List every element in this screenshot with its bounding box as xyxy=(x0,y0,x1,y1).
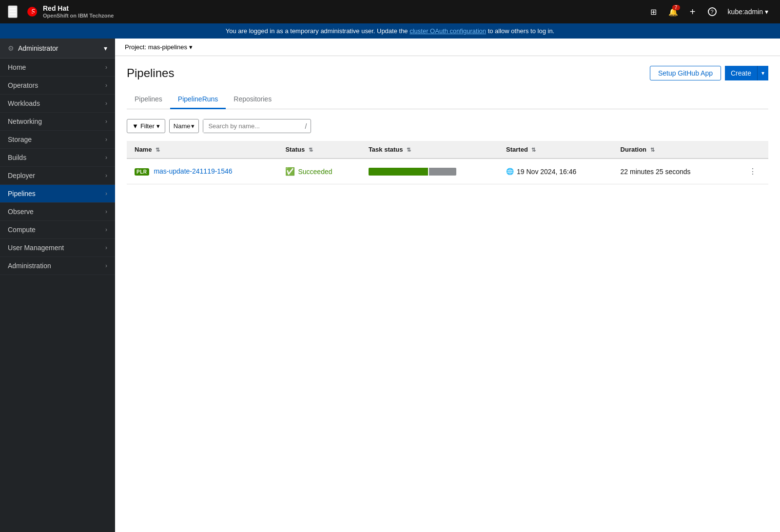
sidebar-admin-left: ⚙ Administrator xyxy=(8,44,58,52)
tabs: Pipelines PipelineRuns Repositories xyxy=(127,90,768,109)
sidebar-chevron-pipelines-icon: › xyxy=(105,190,107,197)
sidebar-item-administration-label: Administration xyxy=(8,262,51,270)
brand-name: Red Hat xyxy=(43,4,69,12)
create-dropdown-button[interactable]: ▾ xyxy=(757,66,768,80)
status-succeeded: ✅ Succeeded xyxy=(285,167,352,176)
create-button[interactable]: Create xyxy=(725,66,757,80)
column-header-duration: Duration ⇅ xyxy=(613,141,727,158)
name-filter-select[interactable]: Name ▾ xyxy=(169,119,199,133)
filter-label: Filter xyxy=(140,122,155,130)
brand-subtitle-plain: OpenShift on xyxy=(43,13,78,19)
sidebar-item-workloads[interactable]: Workloads › xyxy=(0,95,115,113)
sidebar-chevron-workloads-icon: › xyxy=(105,100,107,107)
sidebar-item-storage[interactable]: Storage › xyxy=(0,131,115,149)
hamburger-button[interactable]: ☰ xyxy=(8,5,18,18)
sidebar-chevron-observe-icon: › xyxy=(105,208,107,215)
table-header-row: Name ⇅ Status ⇅ Task status ⇅ Started xyxy=(127,141,768,158)
project-selector: Project: mas-pipelines ▾ xyxy=(115,39,780,56)
gear-icon: ⚙ xyxy=(8,44,14,52)
tab-repositories[interactable]: Repositories xyxy=(226,90,279,109)
sidebar-item-deployer[interactable]: Deployer › xyxy=(0,167,115,185)
sidebar-item-pipelines[interactable]: Pipelines › xyxy=(0,185,115,203)
sidebar-item-operators[interactable]: Operators › xyxy=(0,77,115,95)
page-title: Pipelines xyxy=(127,66,174,80)
column-started-sort-icon[interactable]: ⇅ xyxy=(531,147,536,153)
row-kebab-button[interactable]: ⋮ xyxy=(745,165,760,178)
sidebar-item-observe[interactable]: Observe › xyxy=(0,203,115,221)
project-dropdown-button[interactable]: Project: mas-pipelines ▾ xyxy=(125,43,193,51)
column-started-label: Started xyxy=(506,146,528,153)
add-button[interactable]: + xyxy=(685,4,701,20)
sidebar-item-user-management[interactable]: User Management › xyxy=(0,239,115,257)
column-header-status: Status ⇅ xyxy=(277,141,360,158)
tab-pipelineruns[interactable]: PipelineRuns xyxy=(170,90,226,109)
column-status-sort-icon[interactable]: ⇅ xyxy=(309,147,313,153)
brand-subtitle-rest: Techzone xyxy=(88,13,114,19)
filter-chevron-icon: ▾ xyxy=(156,122,160,130)
duration-value: 22 minutes 25 seconds xyxy=(621,168,691,176)
column-task-status-sort-icon[interactable]: ⇅ xyxy=(407,147,411,153)
sidebar-chevron-networking-icon: › xyxy=(105,118,107,125)
column-duration-label: Duration xyxy=(621,146,646,153)
apps-button[interactable]: ⊞ xyxy=(646,4,662,20)
cell-started: 🌐 19 Nov 2024, 16:46 xyxy=(498,158,613,184)
column-task-status-label: Task status xyxy=(369,146,403,153)
sidebar-chevron-operators-icon: › xyxy=(105,82,107,89)
filter-button[interactable]: ▼ Filter ▾ xyxy=(127,119,165,133)
sidebar-chevron-builds-icon: › xyxy=(105,154,107,161)
sidebar-item-compute-label: Compute xyxy=(8,226,36,234)
sidebar-item-home[interactable]: Home › xyxy=(0,59,115,77)
tab-pipelines[interactable]: Pipelines xyxy=(127,90,170,109)
sidebar-item-home-label: Home xyxy=(8,63,26,71)
sidebar-admin-label: Administrator xyxy=(18,44,58,52)
check-circle-icon: ✅ xyxy=(285,167,295,176)
notifications-button[interactable]: 🔔 7 xyxy=(665,4,681,20)
cell-name: PLR mas-update-241119-1546 xyxy=(127,158,277,184)
sidebar-admin-chevron-icon: ▾ xyxy=(104,44,107,52)
sidebar: ⚙ Administrator ▾ Home › Operators › Wor… xyxy=(0,39,115,532)
sidebar-admin-header[interactable]: ⚙ Administrator ▾ xyxy=(0,39,115,59)
search-input[interactable] xyxy=(203,119,301,133)
tab-pipelineruns-label: PipelineRuns xyxy=(178,95,218,103)
column-header-name: Name ⇅ xyxy=(127,141,277,158)
sidebar-item-observe-label: Observe xyxy=(8,208,34,216)
sidebar-item-user-management-label: User Management xyxy=(8,244,64,252)
alert-link[interactable]: cluster OAuth configuration xyxy=(410,27,486,35)
sidebar-item-administration[interactable]: Administration › xyxy=(0,257,115,275)
top-nav: ☰ Red Hat OpenShift on IBM Techzone ⊞ 🔔 … xyxy=(0,0,780,23)
project-chevron-icon: ▾ xyxy=(189,43,193,51)
user-chevron-icon: ▾ xyxy=(765,8,768,16)
started-time: 🌐 19 Nov 2024, 16:46 xyxy=(506,168,605,176)
content-area: Project: mas-pipelines ▾ Pipelines Setup… xyxy=(115,39,780,532)
svg-point-0 xyxy=(27,7,37,17)
alert-banner: You are logged in as a temporary adminis… xyxy=(0,23,780,39)
filter-icon: ▼ xyxy=(132,122,138,130)
started-value: 19 Nov 2024, 16:46 xyxy=(517,168,576,176)
column-header-actions xyxy=(727,141,768,158)
filter-bar: ▼ Filter ▾ Name ▾ / xyxy=(127,119,768,133)
help-button[interactable]: ? xyxy=(704,4,720,20)
sidebar-item-networking-label: Networking xyxy=(8,118,42,125)
user-menu-button[interactable]: kube:admin ▾ xyxy=(724,8,772,16)
sidebar-item-compute[interactable]: Compute › xyxy=(0,221,115,239)
setup-github-app-button[interactable]: Setup GitHub App xyxy=(650,66,721,80)
sidebar-item-builds[interactable]: Builds › xyxy=(0,149,115,167)
plr-badge: PLR xyxy=(135,168,149,176)
sidebar-chevron-home-icon: › xyxy=(105,64,107,71)
create-chevron-icon: ▾ xyxy=(761,70,764,77)
column-name-sort-icon[interactable]: ⇅ xyxy=(156,147,160,153)
main-layout: ⚙ Administrator ▾ Home › Operators › Wor… xyxy=(0,39,780,532)
cell-status: ✅ Succeeded xyxy=(277,158,360,184)
column-header-task-status: Task status ⇅ xyxy=(361,141,498,158)
sidebar-item-networking[interactable]: Networking › xyxy=(0,113,115,131)
sidebar-chevron-user-management-icon: › xyxy=(105,244,107,251)
table-row: PLR mas-update-241119-1546 ✅ Succeeded xyxy=(127,158,768,184)
notification-badge: 7 xyxy=(672,5,680,10)
sidebar-chevron-administration-icon: › xyxy=(105,262,107,269)
task-bar-green xyxy=(369,168,428,176)
pipeline-runs-table: Name ⇅ Status ⇅ Task status ⇅ Started xyxy=(127,141,768,184)
column-duration-sort-icon[interactable]: ⇅ xyxy=(650,147,655,153)
pipeline-run-link[interactable]: mas-update-241119-1546 xyxy=(154,167,232,175)
name-filter-label: Name xyxy=(174,122,191,130)
tab-repositories-label: Repositories xyxy=(234,95,272,103)
